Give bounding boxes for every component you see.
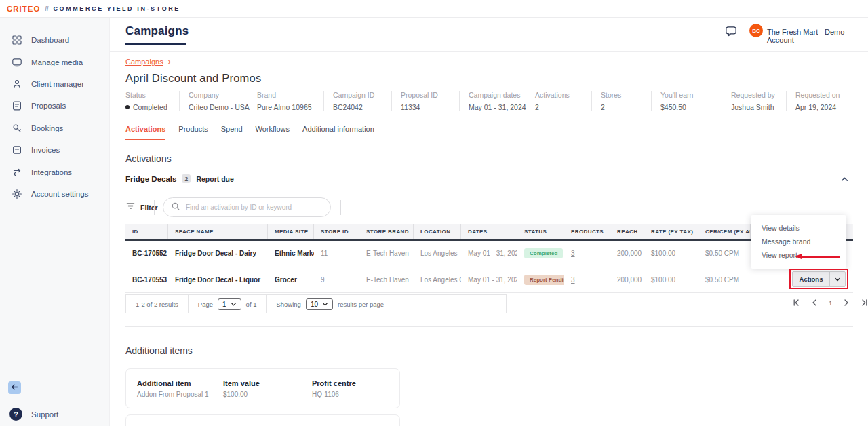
- header-divider: [110, 51, 868, 52]
- actions-button[interactable]: Actions: [792, 271, 846, 287]
- activation-search: [163, 197, 331, 217]
- chevron-up-icon[interactable]: [840, 174, 849, 187]
- actions-button-label: Actions: [793, 272, 829, 286]
- additional-item-value: Addon From Proposal 1: [137, 391, 223, 398]
- per-page-label: results per page: [338, 301, 384, 308]
- sidebar-item-label: Integrations: [31, 168, 72, 176]
- cell-store-brand: E-Tech Haven: [359, 250, 414, 257]
- first-page-icon[interactable]: [792, 298, 800, 307]
- campaign-tabs: Activations Products Spend Workflows Add…: [125, 125, 853, 140]
- sidebar-item-proposals[interactable]: Proposals: [0, 95, 109, 117]
- col-header-status[interactable]: STATUS: [517, 224, 564, 239]
- col-header-reach[interactable]: REACH: [610, 224, 644, 239]
- current-page-number: 1: [829, 299, 832, 307]
- cell-store-id: 9: [314, 276, 359, 284]
- cell-space-name: Fridge Door Decal - Liquor: [168, 276, 268, 284]
- col-header-media-site[interactable]: MEDIA SITE: [268, 224, 314, 239]
- table-row: BC-170553 Fridge Door Decal - Liquor Gro…: [125, 267, 853, 294]
- account-avatar[interactable]: BC: [749, 24, 763, 37]
- support-link[interactable]: ? Support: [9, 408, 58, 421]
- integrations-arrows-icon: [12, 167, 22, 178]
- support-label: Support: [31, 410, 58, 419]
- sidebar-item-dashboard[interactable]: Dashboard: [0, 29, 109, 51]
- sidebar-item-label: Account settings: [31, 190, 88, 198]
- actions-dropdown-menu: View details Message brand View report: [751, 215, 846, 269]
- chat-bubble-icon[interactable]: [725, 25, 737, 40]
- cell-products-link[interactable]: 3: [564, 276, 610, 284]
- cell-reach: 200,000: [610, 276, 644, 284]
- breadcrumb-campaigns-link[interactable]: Campaigns: [125, 58, 163, 66]
- filter-icon: [125, 201, 136, 214]
- person-icon: [12, 79, 22, 90]
- col-header-store-brand[interactable]: STORE BRAND: [359, 224, 414, 239]
- sidebar-item-label: Proposals: [31, 102, 66, 110]
- sidebar-item-invoices[interactable]: Invoices: [0, 139, 109, 161]
- cell-id: BC-170552: [125, 250, 168, 257]
- cell-products-link[interactable]: 3: [564, 250, 610, 257]
- page-size-group: Showing 10 results per page: [267, 295, 393, 313]
- col-header-location[interactable]: LOCATION: [414, 224, 461, 239]
- tab-activations[interactable]: Activations: [125, 125, 165, 140]
- chevron-down-icon: [231, 301, 237, 307]
- chevron-down-icon[interactable]: [829, 272, 845, 286]
- chevron-down-icon: [322, 301, 328, 307]
- cell-status: Completed: [517, 248, 564, 258]
- account-name[interactable]: The Fresh Mart - Demo Account: [767, 28, 868, 44]
- menu-item-message-brand[interactable]: Message brand: [751, 235, 846, 248]
- table-header-row: ID SPACE NAME MEDIA SITE STORE ID STORE …: [125, 224, 853, 241]
- chevron-right-icon: ›: [168, 57, 171, 66]
- sidebar-item-label: Dashboard: [31, 36, 69, 44]
- meta-company: Company Criteo Demo - USA: [180, 91, 248, 111]
- col-header-id[interactable]: ID: [125, 224, 168, 239]
- search-input[interactable]: [186, 204, 315, 211]
- sidebar-item-account-settings[interactable]: Account settings: [0, 183, 109, 205]
- additional-items-heading: Additional items: [125, 345, 193, 356]
- page-select[interactable]: 1: [218, 298, 241, 310]
- meta-brand: Brand Pure Almo 10965: [248, 91, 324, 111]
- prev-page-icon[interactable]: [810, 298, 818, 307]
- cell-id: BC-170553: [125, 276, 168, 284]
- activations-heading: Activations: [125, 153, 172, 164]
- tab-spend[interactable]: Spend: [221, 125, 243, 140]
- status-badge-report-pending: Report Pending: [524, 275, 564, 285]
- col-header-space-name[interactable]: SPACE NAME: [168, 224, 268, 239]
- sidebar-collapse-button[interactable]: [8, 381, 21, 394]
- table-row: BC-170552 Fridge Door Decal - Dairy Ethn…: [125, 241, 853, 267]
- menu-item-view-details[interactable]: View details: [751, 221, 846, 235]
- col-header-store-id[interactable]: STORE ID: [314, 224, 359, 239]
- tab-products[interactable]: Products: [178, 125, 208, 140]
- media-screen-icon: [12, 57, 22, 68]
- group-title: Fridge Decals: [125, 175, 176, 183]
- cell-space-name: Fridge Door Decal - Dairy: [168, 250, 268, 257]
- meta-campaign-dates: Campaign dates May 01 - 31, 2024: [460, 91, 526, 111]
- meta-status: Status Completed: [125, 91, 180, 111]
- tab-workflows[interactable]: Workflows: [256, 125, 290, 140]
- next-page-icon[interactable]: [842, 298, 850, 307]
- arrow-left-icon: [10, 382, 19, 394]
- cell-location: Los Angeles CA: [414, 276, 461, 284]
- invoice-icon: [12, 144, 22, 155]
- results-count: 1-2 of 2 results: [126, 295, 189, 313]
- additional-item-label: Additional item: [137, 379, 223, 387]
- col-header-rate[interactable]: RATE (EX TAX): [644, 224, 698, 239]
- col-header-cpr-cpm[interactable]: CPR/CPM (EX AD: [698, 224, 751, 239]
- filter-button[interactable]: Filter: [125, 201, 158, 214]
- col-header-products[interactable]: PRODUCTS: [564, 224, 610, 239]
- menu-item-view-report[interactable]: View report: [751, 248, 846, 262]
- page-label: Page: [198, 301, 213, 308]
- sidebar-item-manage-media[interactable]: Manage media: [0, 51, 109, 73]
- last-page-icon[interactable]: [861, 298, 868, 307]
- sidebar-item-label: Bookings: [31, 124, 63, 132]
- additional-item-card: Additional item Item value Profit centre: [125, 414, 400, 426]
- tab-additional-information[interactable]: Additional information: [302, 125, 374, 140]
- sidebar-item-integrations[interactable]: Integrations: [0, 161, 109, 182]
- cell-media-site: Ethnic Market: [268, 250, 314, 257]
- profit-centre-value: HQ-1106: [312, 391, 393, 398]
- section-divider: [125, 326, 853, 327]
- col-header-dates[interactable]: DATES: [461, 224, 517, 239]
- sidebar: Dashboard Manage media Client manager Pr…: [0, 18, 110, 426]
- filter-label: Filter: [140, 204, 158, 212]
- sidebar-item-client-manager[interactable]: Client manager: [0, 73, 109, 95]
- page-size-select[interactable]: 10: [306, 298, 333, 310]
- sidebar-item-bookings[interactable]: Bookings: [0, 117, 109, 139]
